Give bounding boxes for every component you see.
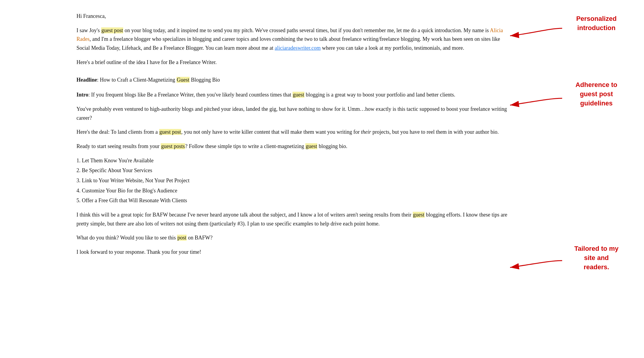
para5-end: blogging bio. bbox=[317, 143, 347, 149]
annotation-personalized: Personalizedintroduction bbox=[564, 14, 629, 33]
highlight-guest-3: guest bbox=[413, 212, 425, 218]
para5-start: Ready to start seeing results from your bbox=[76, 143, 161, 149]
paragraph8: I look forward to your response. Thank y… bbox=[76, 248, 508, 257]
paragraph3: You've probably even ventured to high-au… bbox=[76, 105, 508, 122]
para7-end: on BAFW? bbox=[187, 235, 212, 241]
para4-end: projects, but you have to reel them in w… bbox=[371, 129, 499, 135]
highlight-guest-2: guest bbox=[305, 143, 317, 149]
numbered-list: 1. Let Them Know You're Available 2. Be … bbox=[76, 156, 508, 205]
highlight-post: post bbox=[177, 235, 187, 241]
para4-italic: their bbox=[361, 129, 371, 135]
paragraph5: Ready to start seeing results from your … bbox=[76, 142, 508, 151]
paragraph6: I think this will be a great topic for B… bbox=[76, 211, 508, 228]
greeting-text: Hi Francesca, bbox=[76, 12, 508, 21]
headline-text2: Blogging Bio bbox=[190, 77, 220, 83]
outline-intro-paragraph: Here's a brief outline of the idea I hav… bbox=[76, 58, 508, 67]
highlight-guest-post-1: guest post bbox=[101, 27, 124, 33]
para6-start: I think this will be a great topic for B… bbox=[76, 212, 413, 218]
annotation-adherence-text: Adherence toguest postguidelines bbox=[576, 81, 618, 107]
annotation-tailored-text: Tailored to mysite andreaders. bbox=[574, 245, 619, 271]
list-item: 3. Link to Your Writer Website, Not Your… bbox=[76, 176, 508, 185]
headline-label: Headline bbox=[76, 77, 97, 83]
list-container: 1. Let Them Know You're Available 2. Be … bbox=[76, 156, 508, 205]
list-item: 5. Offer a Free Gift that Will Resonate … bbox=[76, 196, 508, 205]
list-item: 2. Be Specific About Your Services bbox=[76, 166, 508, 175]
headline-paragraph: Headline: How to Craft a Client-Magnetiz… bbox=[76, 76, 508, 85]
content-area: Hi Francesca, I saw Joy's guest post on … bbox=[76, 12, 568, 257]
para4-cont: , you not only have to write killer cont… bbox=[181, 129, 361, 135]
intro-text: : If you frequent blogs like Be a Freela… bbox=[88, 92, 293, 98]
intro-paragraph: I saw Joy's guest post on your blog toda… bbox=[76, 26, 508, 53]
page-container: Hi Francesca, I saw Joy's guest post on … bbox=[0, 0, 644, 358]
paragraph4: Here's the deal: To land clients from a … bbox=[76, 128, 508, 137]
headline-text: : How to Craft a Client-Magnetizing bbox=[97, 77, 176, 83]
list-item: 4. Customize Your Bio for the Blog's Aud… bbox=[76, 186, 508, 195]
arrow-personalized bbox=[504, 19, 564, 43]
intro-section-paragraph: Intro: If you frequent blogs like Be a F… bbox=[76, 91, 508, 99]
annotation-personalized-text: Personalizedintroduction bbox=[576, 15, 617, 32]
intro-text2: blogging is a great way to boost your po… bbox=[304, 92, 455, 98]
para5-cont: ? Follow these simple tips to write a cl… bbox=[185, 143, 305, 149]
arrow-tailored bbox=[504, 250, 564, 274]
annotation-tailored: Tailored to mysite andreaders. bbox=[564, 244, 629, 272]
para7-text: What do you think? Would you like to see… bbox=[76, 235, 177, 241]
highlight-guest-post-2: guest post bbox=[159, 129, 182, 135]
list-item: 1. Let Them Know You're Available bbox=[76, 156, 508, 165]
website-link[interactable]: aliciaradeswriter.com bbox=[275, 45, 321, 51]
annotation-adherence: Adherence toguest postguidelines bbox=[564, 80, 629, 108]
para1-text2: on your blog today, and it inspired me t… bbox=[123, 27, 490, 33]
arrow-adherence bbox=[504, 88, 564, 112]
paragraph7: What do you think? Would you like to see… bbox=[76, 234, 508, 242]
para1-text4: where you can take a look at my portfoli… bbox=[321, 45, 464, 51]
highlight-guest-headline: Guest bbox=[176, 77, 190, 83]
highlight-guest-intro: guest bbox=[293, 92, 304, 98]
para1-text1: I saw Joy's bbox=[76, 27, 101, 33]
intro-label: Intro bbox=[76, 92, 88, 98]
highlight-guest-posts: guest posts bbox=[161, 143, 185, 149]
para4-start: Here's the deal: To land clients from a bbox=[76, 129, 159, 135]
